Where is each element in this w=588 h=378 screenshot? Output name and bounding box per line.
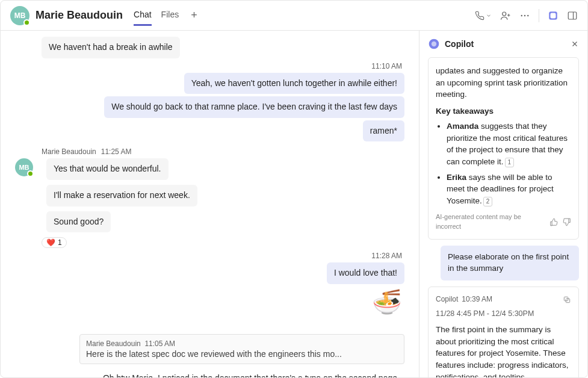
sender-time: 11:25 AM bbox=[101, 147, 132, 156]
takeaway-item: Erika says she will be able to meet the … bbox=[447, 172, 571, 207]
copilot-user-prompt[interactable]: Please elaborate on the first point in t… bbox=[441, 246, 579, 280]
separator bbox=[539, 9, 539, 22]
thumbs-up-button[interactable] bbox=[549, 218, 558, 226]
message-bubble[interactable]: ramen* bbox=[363, 120, 404, 142]
copilot-response-card: updates and suggested to organize an upc… bbox=[428, 57, 579, 240]
message-bubble[interactable]: I'll make a reservation for next week. bbox=[46, 185, 197, 206]
svg-point-1 bbox=[521, 14, 522, 16]
pane-toggle-button[interactable] bbox=[567, 10, 578, 21]
quote-body: Here is the latest spec doc we reviewed … bbox=[86, 349, 398, 359]
copilot-sender: Copilot bbox=[436, 294, 458, 305]
avatar-initials: MB bbox=[14, 11, 26, 20]
thumbs-down-button[interactable] bbox=[563, 218, 571, 226]
chat-title: Marie Beaudouin bbox=[36, 9, 123, 22]
avatar[interactable]: MB bbox=[10, 6, 29, 25]
people-add-button[interactable] bbox=[500, 10, 511, 21]
svg-point-2 bbox=[524, 14, 525, 16]
copilot-body[interactable]: updates and suggested to organize an upc… bbox=[419, 57, 587, 378]
header-actions bbox=[475, 9, 578, 22]
message-bubble[interactable]: Yeah, we haven't gotten lunch together i… bbox=[184, 73, 404, 94]
copilot-text: updates and suggested to organize an upc… bbox=[436, 65, 571, 101]
reference-badge[interactable]: 1 bbox=[505, 158, 515, 168]
svg-rect-5 bbox=[551, 13, 556, 18]
quote-sender: Marie Beaudouin bbox=[86, 339, 141, 348]
ramen-emoji: 🍜 bbox=[15, 288, 402, 316]
tab-add-button[interactable]: + bbox=[188, 9, 200, 22]
avatar-initials: MB bbox=[19, 164, 29, 171]
takeaway-item: Amanda suggests that they prioritize the… bbox=[447, 120, 571, 167]
quote-time: 11:05 AM bbox=[144, 339, 175, 348]
close-button[interactable] bbox=[571, 40, 579, 48]
call-button[interactable] bbox=[475, 11, 492, 20]
tabs: Chat Files + bbox=[134, 5, 200, 26]
copilot-text: The first point in the summary is about … bbox=[436, 324, 571, 378]
more-options-button[interactable] bbox=[519, 10, 530, 21]
reaction-count: 1 bbox=[58, 238, 62, 247]
svg-point-9 bbox=[432, 42, 436, 46]
message-bubble[interactable]: Sound good? bbox=[46, 211, 111, 233]
copilot-toggle-button[interactable] bbox=[548, 10, 559, 21]
sender-label: Marie Beaudouin 11:25 AM bbox=[42, 147, 404, 156]
copy-button[interactable] bbox=[563, 296, 571, 304]
copilot-response-card: Copilot 10:39 AM 11/28 4:45 PM - 12/4 5:… bbox=[428, 287, 579, 378]
ai-disclaimer: AI-generated content may be incorrect bbox=[436, 212, 540, 232]
copilot-time: 10:39 AM bbox=[462, 294, 492, 305]
message-bubble[interactable]: I would love that! bbox=[327, 262, 404, 284]
message-bubble[interactable]: We should go back to that ramne place. I… bbox=[104, 96, 404, 118]
copilot-title: Copilot bbox=[445, 39, 566, 49]
presence-indicator bbox=[23, 19, 30, 26]
message-bubble[interactable]: Yes that would be wonderful. bbox=[46, 158, 169, 180]
tab-chat[interactable]: Chat bbox=[134, 5, 152, 26]
tab-files[interactable]: Files bbox=[161, 5, 179, 26]
timestamp: 11:10 AM bbox=[15, 62, 402, 70]
copilot-icon bbox=[428, 38, 440, 50]
timestamp: 11:28 AM bbox=[15, 252, 402, 260]
svg-rect-6 bbox=[568, 12, 577, 19]
heart-icon: ❤️ bbox=[46, 238, 55, 247]
chat-messages[interactable]: We haven't had a break in awhile 11:10 A… bbox=[1, 31, 419, 378]
copilot-header: Copilot bbox=[419, 31, 587, 57]
message-bubble[interactable]: Oh btw Marie, I noticed in the document … bbox=[96, 368, 404, 378]
chat-header: MB Marie Beaudouin Chat Files + bbox=[1, 1, 587, 31]
time-range: 11/28 4:45 PM - 12/4 5:30PM bbox=[436, 308, 571, 319]
reaction-heart[interactable]: ❤️ 1 bbox=[42, 237, 67, 248]
sender-name: Marie Beaudouin bbox=[42, 147, 96, 156]
key-takeaways-heading: Key takeaways bbox=[436, 105, 571, 117]
svg-point-0 bbox=[503, 12, 506, 16]
quoted-message[interactable]: Marie Beaudouin 11:05 AM Here is the lat… bbox=[79, 334, 404, 364]
reference-badge[interactable]: 2 bbox=[483, 197, 493, 207]
presence-indicator bbox=[27, 170, 34, 177]
avatar[interactable]: MB bbox=[15, 158, 33, 176]
message-bubble[interactable]: We haven't had a break in awhile bbox=[42, 37, 180, 58]
copilot-panel: Copilot updates and suggested to organiz… bbox=[419, 31, 587, 378]
svg-point-3 bbox=[527, 14, 528, 16]
